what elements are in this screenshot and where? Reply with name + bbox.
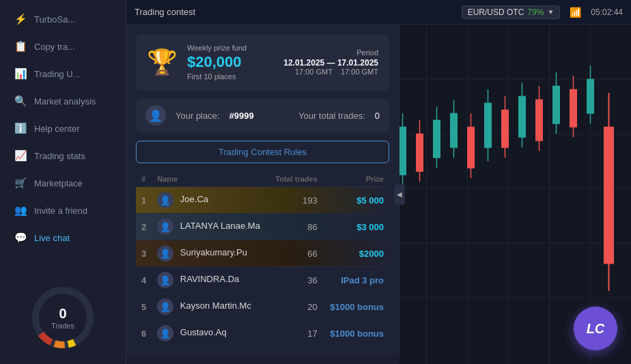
sidebar-label-live-chat: Live chat — [34, 233, 70, 243]
dropdown-arrow-icon: ▼ — [547, 8, 554, 16]
col-header-prize: Prize — [323, 171, 389, 187]
user-avatar-icon: 👤 — [157, 298, 173, 315]
trades-label: Trades — [51, 322, 74, 330]
contest-area: 🏆 Weekly prize fund $20,000 First 10 pla… — [126, 25, 631, 364]
sidebar-item-help-center[interactable]: ℹ️ Help center — [4, 115, 122, 141]
svg-rect-56 — [570, 89, 577, 127]
weekly-prize-label: Weekly prize fund — [187, 44, 274, 52]
trading-stats-icon: 📈 — [14, 149, 27, 163]
prize-cell: $1000 bonus — [323, 294, 389, 320]
rank-cell: 1 — [136, 187, 152, 214]
svg-rect-47 — [468, 127, 475, 168]
trades-cell: 17 — [268, 320, 323, 347]
user-avatar: 👤 — [145, 105, 166, 126]
sidebar-item-live-chat[interactable]: 💬 Live chat — [4, 225, 122, 251]
user-avatar-icon: 👤 — [157, 192, 173, 208]
trophy-icon: 🏆 — [147, 48, 178, 76]
prize-cell: $5 000 — [323, 187, 389, 214]
col-header-name: Name — [152, 171, 268, 187]
svg-rect-41 — [587, 79, 594, 113]
rank-cell: 5 — [136, 294, 152, 320]
trades-number: 0 — [51, 306, 74, 322]
contest-panel-wrapper: 🏆 Weekly prize fund $20,000 First 10 pla… — [126, 25, 399, 364]
leaderboard-table: # Name Total trades Prize 1 👤 Joe.Ca 193… — [136, 171, 389, 346]
period-info: Period 12.01.2025 — 17.01.2025 17:00 GMT… — [283, 48, 378, 76]
time-end: 17:00 GMT — [341, 68, 378, 76]
trades-cell: 20 — [268, 294, 323, 320]
period-dates: 12.01.2025 — 17.01.2025 — [283, 58, 378, 68]
col-header-trades: Total trades — [268, 171, 323, 187]
your-place-label: Your place: — [176, 111, 220, 121]
sidebar-item-market-analysis[interactable]: 🔍 Market analysis — [4, 88, 122, 114]
sidebar-item-invite-friend[interactable]: 👥 Invite a friend — [4, 197, 122, 223]
svg-rect-23 — [399, 127, 406, 175]
your-trades-label: Your total trades: — [298, 111, 365, 121]
leaderboard-row: 3 👤 Suriyakumary.Pu 66 $2000 — [136, 240, 389, 267]
trades-cell: 193 — [268, 187, 323, 214]
lc-floating-badge[interactable]: LC — [574, 307, 617, 350]
leaderboard-row: 4 👤 RAVINDRA.Da 36 IPad 3 pro — [136, 267, 389, 294]
prize-cell: $2000 — [323, 240, 389, 267]
collapse-panel-button[interactable]: ◀ — [394, 184, 405, 205]
leaderboard-row: 1 👤 Joe.Ca 193 $5 000 — [136, 187, 389, 214]
sidebar-label-trading-ui: Trading U... — [34, 69, 80, 79]
currency-percentage: 79% — [527, 8, 544, 17]
currency-name: EUR/USD OTC — [468, 8, 524, 17]
prize-cell: IPad 3 pro — [323, 267, 389, 294]
sidebar-item-copy-trading[interactable]: 📋 Copy tra... — [4, 33, 122, 59]
name-cell: 👤 Joe.Ca — [152, 187, 268, 214]
svg-rect-44 — [417, 134, 423, 171]
period-label: Period — [283, 48, 378, 57]
contest-panel: 🏆 Weekly prize fund $20,000 First 10 pla… — [126, 25, 399, 356]
name-cell: 👤 Gustavo.Aq — [152, 320, 268, 347]
svg-rect-38 — [553, 86, 560, 124]
sidebar-label-market-analysis: Market analysis — [34, 96, 96, 107]
user-avatar-icon: 👤 — [157, 245, 173, 262]
leaderboard-row: 5 👤 Kayson Martin.Mc 20 $1000 bonus — [136, 294, 389, 320]
signal-icon: 📶 — [570, 7, 581, 18]
time-start: 17:00 GMT — [295, 68, 333, 76]
live-chat-icon: 💬 — [14, 231, 27, 244]
chart-area: LC — [399, 25, 631, 364]
name-cell: 👤 Kayson Martin.Mc — [152, 294, 268, 320]
sidebar-label-copy-trading: Copy tra... — [34, 42, 75, 52]
col-header-num: # — [136, 171, 152, 187]
your-place-value: #9999 — [229, 111, 254, 121]
svg-rect-26 — [434, 120, 440, 158]
trading-ui-icon: 📊 — [14, 67, 27, 81]
sidebar-label-invite-friend: Invite a friend — [34, 206, 87, 216]
trades-donut-chart: 0 Trades — [29, 283, 97, 352]
sidebar: ⚡ TurboSa... 📋 Copy tra... 📊 Trading U..… — [0, 0, 126, 364]
topbar-right: EUR/USD OTC 79% ▼ 📶 05:02:44 — [462, 5, 623, 19]
user-avatar-icon: 👤 — [157, 219, 173, 235]
leaderboard-row: 6 👤 Gustavo.Aq 17 $1000 bonus — [136, 320, 389, 347]
rank-cell: 2 — [136, 214, 152, 240]
rank-cell: 6 — [136, 320, 152, 347]
your-trades-value: 0 — [375, 111, 380, 121]
sidebar-item-turbosave[interactable]: ⚡ TurboSa... — [4, 6, 122, 32]
copy-trading-icon: 📋 — [14, 40, 27, 53]
trades-cell: 36 — [268, 267, 323, 294]
topbar: Trading contest EUR/USD OTC 79% ▼ 📶 05:0… — [126, 0, 631, 25]
user-avatar-icon: 👤 — [157, 325, 173, 341]
sidebar-item-trading-ui[interactable]: 📊 Trading U... — [4, 61, 122, 87]
trades-cell: 86 — [268, 214, 323, 240]
sidebar-item-marketplace[interactable]: 🛒 Marketplace — [4, 170, 122, 196]
svg-rect-29 — [451, 113, 458, 148]
lc-icon: LC — [587, 321, 605, 337]
invite-friend-icon: 👥 — [14, 204, 27, 217]
prize-amount: $20,000 — [187, 53, 274, 71]
user-avatar-icon: 👤 — [157, 272, 173, 288]
prize-info: Weekly prize fund $20,000 First 10 place… — [187, 44, 274, 81]
prize-cell: $1000 bonus — [323, 320, 389, 347]
marketplace-icon: 🛒 — [14, 176, 27, 190]
svg-rect-35 — [519, 96, 526, 137]
leaderboard-row: 2 👤 LATANYA Lanae.Ma 86 $3 000 — [136, 214, 389, 240]
period-time: 17:00 GMT 17:00 GMT — [283, 68, 378, 76]
your-place-row: 👤 Your place: #9999 Your total trades: 0 — [136, 98, 389, 132]
sidebar-item-trading-stats[interactable]: 📈 Trading stats — [4, 143, 122, 169]
trading-contest-rules-button[interactable]: Trading Contest Rules — [136, 141, 389, 163]
prize-card: 🏆 Weekly prize fund $20,000 First 10 pla… — [136, 34, 389, 90]
sidebar-label-trading-stats: Trading stats — [34, 151, 85, 161]
currency-badge[interactable]: EUR/USD OTC 79% ▼ — [462, 5, 561, 19]
